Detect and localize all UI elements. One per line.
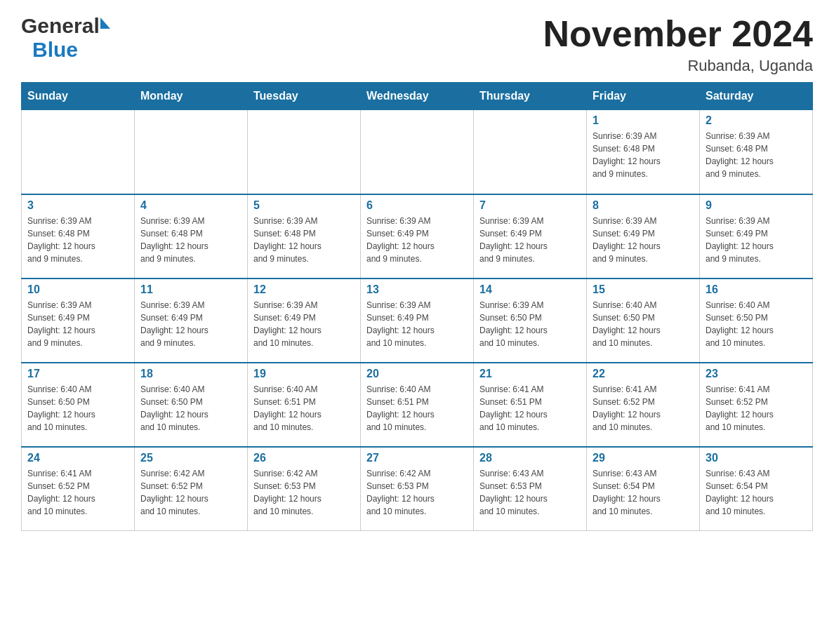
calendar-week-row: 17Sunrise: 6:40 AMSunset: 6:50 PMDayligh…: [22, 363, 813, 447]
day-number: 23: [706, 368, 807, 380]
calendar-header-row: SundayMondayTuesdayWednesdayThursdayFrid…: [22, 83, 813, 110]
day-of-week-header: Wednesday: [361, 83, 474, 110]
calendar-cell: 22Sunrise: 6:41 AMSunset: 6:52 PMDayligh…: [587, 363, 700, 447]
day-sun-info: Sunrise: 6:42 AMSunset: 6:53 PMDaylight:…: [253, 467, 355, 518]
logo-blue-text: Blue: [32, 38, 78, 61]
calendar-cell: 15Sunrise: 6:40 AMSunset: 6:50 PMDayligh…: [587, 279, 700, 363]
title-block: November 2024 Rubanda, Uganda: [543, 14, 813, 75]
calendar-cell: 19Sunrise: 6:40 AMSunset: 6:51 PMDayligh…: [248, 363, 361, 447]
day-number: 9: [706, 199, 807, 212]
calendar-cell: 1Sunrise: 6:39 AMSunset: 6:48 PMDaylight…: [587, 110, 700, 194]
day-sun-info: Sunrise: 6:39 AMSunset: 6:48 PMDaylight:…: [253, 215, 355, 265]
calendar-cell: 3Sunrise: 6:39 AMSunset: 6:48 PMDaylight…: [22, 194, 135, 279]
calendar-cell: 2Sunrise: 6:39 AMSunset: 6:48 PMDaylight…: [700, 110, 813, 194]
day-of-week-header: Monday: [135, 83, 248, 110]
day-number: 10: [27, 283, 128, 296]
day-sun-info: Sunrise: 6:40 AMSunset: 6:51 PMDaylight:…: [366, 383, 468, 434]
day-sun-info: Sunrise: 6:39 AMSunset: 6:49 PMDaylight:…: [27, 299, 128, 349]
day-sun-info: Sunrise: 6:39 AMSunset: 6:50 PMDaylight:…: [479, 299, 581, 349]
calendar-week-row: 3Sunrise: 6:39 AMSunset: 6:48 PMDaylight…: [22, 194, 813, 279]
day-sun-info: Sunrise: 6:39 AMSunset: 6:49 PMDaylight:…: [253, 299, 355, 349]
logo-general-text: General: [21, 14, 100, 38]
day-number: 18: [140, 368, 241, 380]
calendar-week-row: 24Sunrise: 6:41 AMSunset: 6:52 PMDayligh…: [22, 447, 813, 531]
calendar-cell: 9Sunrise: 6:39 AMSunset: 6:49 PMDaylight…: [700, 194, 813, 279]
day-number: 8: [593, 199, 694, 212]
day-sun-info: Sunrise: 6:39 AMSunset: 6:49 PMDaylight:…: [366, 215, 468, 265]
calendar-cell: [22, 110, 135, 194]
calendar-cell: 17Sunrise: 6:40 AMSunset: 6:50 PMDayligh…: [22, 363, 135, 447]
calendar-cell: 30Sunrise: 6:43 AMSunset: 6:54 PMDayligh…: [700, 447, 813, 531]
day-number: 12: [253, 283, 355, 296]
calendar-cell: 7Sunrise: 6:39 AMSunset: 6:49 PMDaylight…: [474, 194, 587, 279]
day-sun-info: Sunrise: 6:40 AMSunset: 6:50 PMDaylight:…: [27, 383, 128, 434]
day-number: 25: [140, 452, 241, 464]
calendar-cell: [248, 110, 361, 194]
day-number: 22: [593, 368, 694, 380]
day-number: 27: [366, 452, 468, 464]
calendar-week-row: 10Sunrise: 6:39 AMSunset: 6:49 PMDayligh…: [22, 279, 813, 363]
day-sun-info: Sunrise: 6:41 AMSunset: 6:51 PMDaylight:…: [479, 383, 581, 434]
day-number: 15: [593, 283, 694, 296]
day-sun-info: Sunrise: 6:43 AMSunset: 6:54 PMDaylight:…: [706, 467, 807, 518]
day-sun-info: Sunrise: 6:40 AMSunset: 6:50 PMDaylight:…: [140, 383, 241, 434]
calendar-cell: 28Sunrise: 6:43 AMSunset: 6:53 PMDayligh…: [474, 447, 587, 531]
calendar-cell: [474, 110, 587, 194]
day-number: 5: [253, 199, 355, 212]
day-sun-info: Sunrise: 6:43 AMSunset: 6:53 PMDaylight:…: [479, 467, 581, 518]
day-sun-info: Sunrise: 6:41 AMSunset: 6:52 PMDaylight:…: [27, 467, 128, 518]
day-number: 19: [253, 368, 355, 380]
calendar-cell: 23Sunrise: 6:41 AMSunset: 6:52 PMDayligh…: [700, 363, 813, 447]
calendar-cell: 6Sunrise: 6:39 AMSunset: 6:49 PMDaylight…: [361, 194, 474, 279]
calendar-cell: 27Sunrise: 6:42 AMSunset: 6:53 PMDayligh…: [361, 447, 474, 531]
day-of-week-header: Sunday: [22, 83, 135, 110]
day-sun-info: Sunrise: 6:39 AMSunset: 6:49 PMDaylight:…: [593, 215, 694, 265]
calendar-cell: 29Sunrise: 6:43 AMSunset: 6:54 PMDayligh…: [587, 447, 700, 531]
day-of-week-header: Thursday: [474, 83, 587, 110]
day-sun-info: Sunrise: 6:40 AMSunset: 6:50 PMDaylight:…: [706, 299, 807, 349]
calendar-cell: 21Sunrise: 6:41 AMSunset: 6:51 PMDayligh…: [474, 363, 587, 447]
day-sun-info: Sunrise: 6:39 AMSunset: 6:48 PMDaylight:…: [140, 215, 241, 265]
day-sun-info: Sunrise: 6:41 AMSunset: 6:52 PMDaylight:…: [593, 383, 694, 434]
day-sun-info: Sunrise: 6:41 AMSunset: 6:52 PMDaylight:…: [706, 383, 807, 434]
day-number: 1: [593, 114, 694, 127]
day-sun-info: Sunrise: 6:39 AMSunset: 6:48 PMDaylight:…: [593, 130, 694, 180]
day-number: 3: [27, 199, 128, 212]
day-number: 14: [479, 283, 581, 296]
location-subtitle: Rubanda, Uganda: [543, 57, 813, 75]
calendar-table: SundayMondayTuesdayWednesdayThursdayFrid…: [21, 82, 813, 531]
calendar-cell: 26Sunrise: 6:42 AMSunset: 6:53 PMDayligh…: [248, 447, 361, 531]
calendar-cell: 4Sunrise: 6:39 AMSunset: 6:48 PMDaylight…: [135, 194, 248, 279]
day-sun-info: Sunrise: 6:39 AMSunset: 6:48 PMDaylight:…: [27, 215, 128, 265]
day-sun-info: Sunrise: 6:39 AMSunset: 6:49 PMDaylight:…: [140, 299, 241, 349]
day-of-week-header: Friday: [587, 83, 700, 110]
calendar-cell: 12Sunrise: 6:39 AMSunset: 6:49 PMDayligh…: [248, 279, 361, 363]
day-number: 28: [479, 452, 581, 464]
day-number: 26: [253, 452, 355, 464]
day-number: 30: [706, 452, 807, 464]
day-number: 29: [593, 452, 694, 464]
day-sun-info: Sunrise: 6:39 AMSunset: 6:49 PMDaylight:…: [706, 215, 807, 265]
calendar-cell: 20Sunrise: 6:40 AMSunset: 6:51 PMDayligh…: [361, 363, 474, 447]
day-number: 7: [479, 199, 581, 212]
day-number: 21: [479, 368, 581, 380]
calendar-cell: [361, 110, 474, 194]
calendar-cell: 13Sunrise: 6:39 AMSunset: 6:49 PMDayligh…: [361, 279, 474, 363]
page-header: General Blue November 2024 Rubanda, Ugan…: [21, 14, 813, 75]
day-number: 20: [366, 368, 468, 380]
day-number: 6: [366, 199, 468, 212]
day-number: 4: [140, 199, 241, 212]
day-of-week-header: Tuesday: [248, 83, 361, 110]
calendar-cell: 11Sunrise: 6:39 AMSunset: 6:49 PMDayligh…: [135, 279, 248, 363]
calendar-week-row: 1Sunrise: 6:39 AMSunset: 6:48 PMDaylight…: [22, 110, 813, 194]
day-sun-info: Sunrise: 6:42 AMSunset: 6:52 PMDaylight:…: [140, 467, 241, 518]
calendar-cell: 16Sunrise: 6:40 AMSunset: 6:50 PMDayligh…: [700, 279, 813, 363]
calendar-cell: 10Sunrise: 6:39 AMSunset: 6:49 PMDayligh…: [22, 279, 135, 363]
day-sun-info: Sunrise: 6:39 AMSunset: 6:48 PMDaylight:…: [706, 130, 807, 180]
day-sun-info: Sunrise: 6:39 AMSunset: 6:49 PMDaylight:…: [366, 299, 468, 349]
day-sun-info: Sunrise: 6:40 AMSunset: 6:51 PMDaylight:…: [253, 383, 355, 434]
day-number: 16: [706, 283, 807, 296]
calendar-cell: 5Sunrise: 6:39 AMSunset: 6:48 PMDaylight…: [248, 194, 361, 279]
day-number: 17: [27, 368, 128, 380]
calendar-cell: 25Sunrise: 6:42 AMSunset: 6:52 PMDayligh…: [135, 447, 248, 531]
